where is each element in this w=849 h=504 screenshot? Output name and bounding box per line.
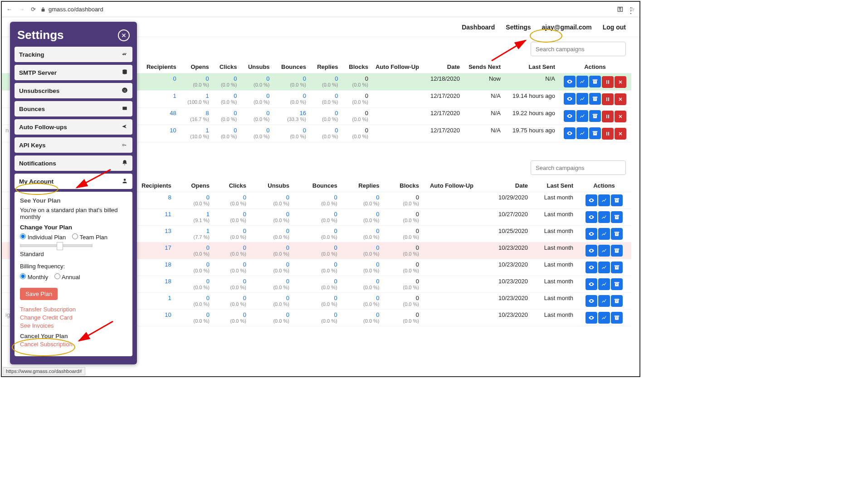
nav-settings[interactable]: Settings <box>506 24 531 31</box>
archive-action-button[interactable] <box>611 295 623 307</box>
see-your-plan-heading: See Your Plan <box>20 197 127 204</box>
plan-level-label: Standard <box>20 251 127 257</box>
report-action-button[interactable] <box>576 127 588 139</box>
settings-item-label: My Account <box>19 178 54 185</box>
report-action-button[interactable] <box>598 312 610 324</box>
forward-icon[interactable]: → <box>19 6 24 13</box>
close-icon <box>121 32 127 39</box>
individual-plan-radio[interactable]: Individual Plan <box>20 233 66 241</box>
col-auto-follow-up: Auto Follow-Up <box>372 61 423 73</box>
svg-rect-43 <box>616 267 617 268</box>
settings-item-label: SMTP Server <box>19 69 57 76</box>
archive-action-button[interactable] <box>589 76 601 87</box>
report-action-button[interactable] <box>598 228 610 240</box>
cancel-action-button[interactable] <box>615 93 626 105</box>
report-action-button[interactable] <box>598 245 610 257</box>
svg-rect-14 <box>593 115 597 118</box>
settings-item-label: Unsubscribes <box>19 87 59 94</box>
view-action-button[interactable] <box>586 245 597 257</box>
svg-rect-9 <box>595 99 595 99</box>
search-campaigns-input-2[interactable] <box>531 160 626 175</box>
report-action-button[interactable] <box>576 76 588 87</box>
cancel-action-button[interactable] <box>615 111 626 122</box>
lock-icon <box>40 7 46 12</box>
svg-rect-42 <box>615 267 619 269</box>
nav-logout[interactable]: Log out <box>603 24 626 31</box>
archive-action-button[interactable] <box>611 194 623 206</box>
view-action-button[interactable] <box>564 110 576 122</box>
view-action-button[interactable] <box>564 93 576 105</box>
nav-dashboard[interactable]: Dashboard <box>462 24 495 31</box>
view-action-button[interactable] <box>586 194 597 206</box>
report-action-button[interactable] <box>598 211 610 223</box>
pause-action-button[interactable] <box>602 128 614 140</box>
transfer-subscription-link[interactable]: Transfer Subscription <box>20 306 127 313</box>
archive-action-button[interactable] <box>611 228 623 240</box>
report-action-button[interactable] <box>576 110 588 122</box>
archive-action-button[interactable] <box>611 278 623 290</box>
close-settings-button[interactable] <box>118 29 130 41</box>
key-icon <box>121 142 128 149</box>
cancel-action-button[interactable] <box>615 128 626 140</box>
archive-action-button[interactable] <box>611 245 623 257</box>
sad-icon <box>122 87 128 95</box>
search-campaigns-input[interactable] <box>531 42 626 56</box>
report-action-button[interactable] <box>576 93 588 105</box>
view-action-button[interactable] <box>586 262 597 273</box>
archive-action-button[interactable] <box>611 312 623 324</box>
monthly-radio[interactable]: Monthly <box>20 273 48 281</box>
settings-item-unsubscribes[interactable]: Unsubscribes <box>15 83 132 98</box>
svg-rect-16 <box>606 115 607 118</box>
archive-action-button[interactable] <box>611 211 623 223</box>
settings-item-my-account[interactable]: My Account <box>15 174 132 189</box>
settings-item-smtp-server[interactable]: SMTP Server <box>15 65 132 80</box>
view-action-button[interactable] <box>564 76 576 87</box>
cancel-action-button[interactable] <box>615 76 626 88</box>
archive-action-button[interactable] <box>589 93 601 105</box>
settings-item-tracking[interactable]: Tracking <box>15 47 132 62</box>
svg-point-48 <box>591 300 592 301</box>
cancel-subscription-link[interactable]: Cancel Subscription <box>20 341 127 348</box>
col2-blocks: Blocks <box>383 179 423 192</box>
pause-action-button[interactable] <box>602 76 614 88</box>
report-action-button[interactable] <box>598 262 610 273</box>
archive-action-button[interactable] <box>589 110 601 122</box>
svg-point-18 <box>569 133 570 134</box>
view-action-button[interactable] <box>586 228 597 240</box>
nav-email[interactable]: ajay@gmail.com <box>542 24 592 31</box>
settings-item-bounces[interactable]: Bounces <box>15 101 132 116</box>
col2-unsubs: Unsubs <box>250 179 293 192</box>
view-action-button[interactable] <box>586 278 597 290</box>
view-action-button[interactable] <box>586 211 597 223</box>
report-action-button[interactable] <box>598 194 610 206</box>
view-action-button[interactable] <box>586 295 597 307</box>
pause-action-button[interactable] <box>602 111 614 122</box>
svg-rect-4 <box>606 80 607 84</box>
pause-action-button[interactable] <box>602 93 614 105</box>
view-action-button[interactable] <box>564 127 576 139</box>
annual-radio[interactable]: Annual <box>54 273 80 281</box>
svg-point-0 <box>569 81 570 82</box>
view-action-button[interactable] <box>586 312 597 324</box>
plan-slider[interactable] <box>20 244 93 247</box>
svg-rect-34 <box>615 233 619 236</box>
settings-item-api-keys[interactable]: API Keys <box>15 137 132 153</box>
see-invoices-link[interactable]: See Invoices <box>20 322 127 329</box>
archive-action-button[interactable] <box>589 127 601 139</box>
back-icon[interactable]: ← <box>6 6 12 13</box>
save-plan-button[interactable]: Save Plan <box>20 288 58 300</box>
reload-icon[interactable]: ⟳ <box>31 6 36 13</box>
settings-item-label: Auto Follow-ups <box>19 124 67 131</box>
change-credit-card-link[interactable]: Change Credit Card <box>20 314 127 321</box>
key-icon[interactable]: ⚿ <box>617 6 623 13</box>
url-bar[interactable]: gmass.co/dashboard <box>40 6 613 13</box>
team-plan-radio[interactable]: Team Plan <box>72 233 107 241</box>
settings-item-auto-follow-ups[interactable]: Auto Follow-ups <box>15 119 132 135</box>
report-action-button[interactable] <box>598 278 610 290</box>
svg-rect-3 <box>595 82 595 82</box>
browser-menu-icon[interactable]: ⋮ <box>627 5 635 15</box>
archive-action-button[interactable] <box>611 262 623 273</box>
col2-recipients: Recipients <box>138 179 175 192</box>
settings-item-notifications[interactable]: Notifications <box>15 155 132 171</box>
report-action-button[interactable] <box>598 295 610 307</box>
